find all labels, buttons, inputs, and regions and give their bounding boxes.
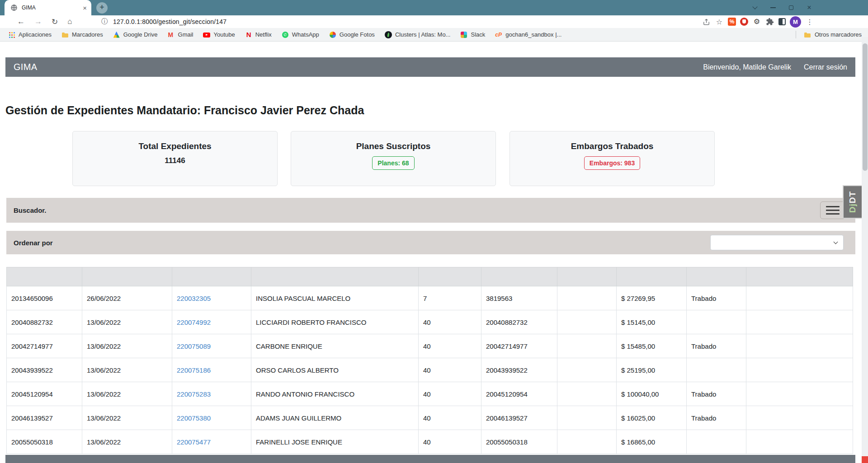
browser-tab[interactable]: GIMA × — [5, 0, 91, 15]
extensions-puzzle-icon[interactable] — [765, 17, 774, 26]
minimize-button[interactable] — [764, 0, 782, 15]
profile-avatar[interactable]: M — [790, 16, 801, 28]
bookmark-item[interactable]: gochan6_sandbox |... — [495, 31, 561, 38]
app-navbar: GIMA Bienvenido, Matilde Garelik Cerrar … — [5, 57, 855, 77]
new-tab-button[interactable]: + — [96, 2, 108, 14]
reload-button[interactable]: ↻ — [52, 17, 58, 27]
percent-extension-icon[interactable]: % — [728, 18, 736, 26]
bookmark-icon — [168, 31, 175, 38]
cuit-cell: 20043939522 — [7, 358, 82, 382]
embargo-cell — [687, 310, 746, 334]
logout-link[interactable]: Cerrar sesión — [804, 63, 847, 71]
adjudicacion-link[interactable]: 220075186 — [177, 366, 211, 374]
bookmark-icon — [203, 31, 210, 38]
bookmark-item[interactable]: Aplicaciones — [8, 31, 52, 38]
forward-button[interactable]: → — [34, 17, 42, 26]
bookmark-item[interactable]: Google Fotos — [329, 31, 375, 38]
bookmark-star-icon[interactable]: ☆ — [715, 17, 724, 26]
table-header-cell — [687, 267, 746, 286]
window-controls: × — [746, 0, 818, 15]
plan-facilidades-cell — [746, 310, 853, 334]
table-row: 20055050318 13/06/2022 220075477 FARINEL… — [7, 430, 853, 454]
cuit-cell: 20134650096 — [7, 286, 82, 310]
bookmark-item[interactable]: Slack — [460, 31, 485, 38]
impuesto-cell: 40 — [419, 334, 481, 358]
demandado-cell: INSOLIA PASCUAL MARCELO — [251, 286, 419, 310]
embargo-cell — [687, 430, 746, 454]
page-scrollbar — [862, 37, 868, 463]
back-button[interactable]: ← — [17, 17, 25, 26]
inscripto-cell: 20045120954 — [481, 382, 557, 406]
ordenar-select[interactable] — [710, 235, 844, 250]
tab-search-chevron-icon[interactable] — [746, 0, 764, 15]
monto-cell: $ 15145,00 — [617, 310, 687, 334]
planes-badge: Planes: 68 — [372, 156, 414, 170]
welcome-text: Bienvenido, Matilde Garelik — [703, 63, 791, 71]
ordenar-label: Ordenar por — [14, 239, 53, 247]
bookmark-label: Gmail — [178, 31, 193, 38]
adjudicacion-link[interactable]: 220074992 — [177, 318, 211, 326]
adjudicacion-link[interactable]: 220075477 — [177, 438, 211, 446]
scrollbar-thumb[interactable] — [863, 43, 868, 171]
monto-cell: $ 25195,00 — [617, 358, 687, 382]
dominio-cell — [557, 286, 617, 310]
bookmark-item[interactable]: Gmail — [168, 31, 193, 38]
buscador-label: Buscador. — [14, 206, 47, 214]
fecha-inicio-cell: 13/06/2022 — [82, 430, 172, 454]
demandado-cell: RANDO ANTONIO FRANCISCO — [251, 382, 419, 406]
adjudicacion-cell: 220075089 — [172, 334, 251, 358]
impuesto-cell: 40 — [419, 310, 481, 334]
bookmark-item[interactable]: WhatsApp — [282, 31, 319, 38]
dominio-cell — [557, 382, 617, 406]
browser-menu-icon[interactable]: ⋮ — [805, 17, 814, 26]
bookmark-item[interactable]: Clusters | Atlas: Mo... — [385, 31, 451, 38]
bookmarks-bar: Aplicaciones Marcadores Google Drive Gma… — [0, 28, 868, 42]
card-title: Planes Suscriptos — [291, 141, 495, 151]
adjudicacion-link[interactable]: 220075089 — [177, 342, 211, 350]
bookmark-label: Clusters | Atlas: Mo... — [395, 31, 451, 38]
page-info-icon[interactable]: ⓘ — [101, 15, 108, 28]
table-row: 20040882732 13/06/2022 220074992 LICCIAR… — [7, 310, 853, 334]
other-bookmarks-label[interactable]: Otros marcadores — [815, 31, 862, 38]
adjudicacion-link[interactable]: 220075380 — [177, 414, 211, 422]
table-row: 20042714977 13/06/2022 220075089 CARBONE… — [7, 334, 853, 358]
total-expedientes-value: 11146 — [73, 156, 277, 165]
bookmark-item[interactable]: Netflix — [245, 31, 272, 38]
plan-facilidades-cell — [746, 286, 853, 310]
embargo-cell: Trabado — [687, 286, 746, 310]
gear-extension-icon[interactable]: ⚙ — [752, 17, 761, 26]
monto-cell: $ 15485,00 — [617, 334, 687, 358]
side-panel-icon[interactable] — [778, 18, 786, 25]
embargo-cell: Trabado — [687, 334, 746, 358]
table-row: 20045120954 13/06/2022 220075283 RANDO A… — [7, 382, 853, 406]
dominio-cell — [557, 406, 617, 430]
bookmark-item[interactable]: Youtube — [203, 31, 235, 38]
cuit-cell: 20042714977 — [7, 334, 82, 358]
fecha-inicio-cell: 13/06/2022 — [82, 310, 172, 334]
adjudicacion-cell: 220074992 — [172, 310, 251, 334]
table-row: 20046139527 13/06/2022 220075380 ADAMS J… — [7, 406, 853, 430]
address-bar[interactable]: 127.0.0.1:8000/gestion_git/seccion/147 — [113, 15, 226, 28]
adjudicacion-link[interactable]: 220075283 — [177, 390, 211, 398]
embargo-cell: Trabado — [687, 382, 746, 406]
table-header-cell — [82, 267, 172, 286]
card-total-expedientes: Total Expedientes 11146 — [72, 131, 278, 186]
bookmark-item[interactable]: Google Drive — [113, 31, 158, 38]
django-debug-toolbar-handle[interactable]: DjDT — [843, 185, 862, 219]
plan-facilidades-cell — [746, 406, 853, 430]
footer-bar — [5, 455, 855, 463]
dominio-cell — [557, 334, 617, 358]
table-header-cell — [481, 267, 557, 286]
close-window-button[interactable]: × — [800, 0, 818, 15]
buscador-toggle-button[interactable] — [820, 201, 845, 219]
hand-extension-icon[interactable] — [740, 18, 748, 26]
maximize-button[interactable] — [782, 0, 800, 15]
bookmark-label: Slack — [471, 31, 485, 38]
bookmark-item[interactable]: Marcadores — [61, 31, 103, 38]
home-button[interactable]: ⌂ — [67, 17, 72, 26]
app-brand[interactable]: GIMA — [14, 62, 37, 72]
tab-close-icon[interactable]: × — [83, 5, 87, 11]
adjudicacion-link[interactable]: 220032305 — [177, 295, 211, 302]
share-icon[interactable] — [702, 17, 711, 26]
buscador-section-bar: Buscador. — [6, 198, 855, 223]
